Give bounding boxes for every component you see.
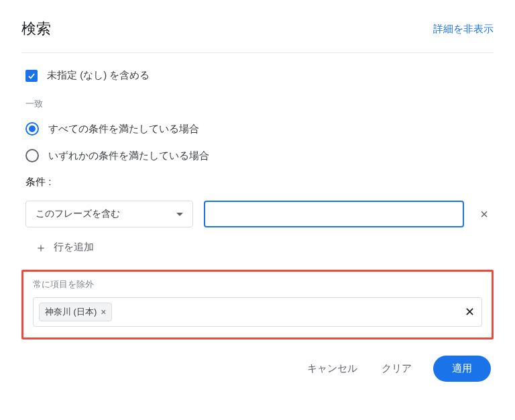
exclude-clear-icon[interactable]: ✕ bbox=[465, 305, 475, 319]
checkbox-checked-icon[interactable] bbox=[25, 70, 38, 82]
dialog-title: 検索 bbox=[21, 19, 51, 39]
dialog-footer: キャンセル クリア 適用 bbox=[21, 356, 494, 382]
match-all-row[interactable]: すべての条件を満たしている場合 bbox=[25, 122, 494, 136]
match-section-label: 一致 bbox=[25, 98, 494, 110]
dialog-header: 検索 詳細を非表示 bbox=[21, 19, 494, 53]
always-exclude-input[interactable]: 神奈川 (日本) × ✕ bbox=[33, 297, 482, 327]
always-exclude-label: 常に項目を除外 bbox=[33, 278, 482, 291]
condition-value-input[interactable] bbox=[204, 201, 464, 227]
add-condition-button[interactable]: ＋ 行を追加 bbox=[35, 241, 494, 254]
apply-button[interactable]: 適用 bbox=[433, 356, 491, 382]
always-exclude-section: 常に項目を除外 神奈川 (日本) × ✕ bbox=[21, 270, 494, 339]
match-all-label: すべての条件を満たしている場合 bbox=[48, 123, 199, 136]
conditions-label: 条件 : bbox=[25, 176, 494, 189]
include-unspecified-label: 未指定 (なし) を含める bbox=[47, 69, 150, 82]
match-any-row[interactable]: いずれかの条件を満たしている場合 bbox=[25, 149, 494, 162]
include-unspecified-row[interactable]: 未指定 (なし) を含める bbox=[25, 69, 494, 82]
match-radio-group: すべての条件を満たしている場合 いずれかの条件を満たしている場合 bbox=[25, 122, 494, 162]
plus-icon: ＋ bbox=[35, 242, 47, 254]
hide-details-link[interactable]: 詳細を非表示 bbox=[433, 23, 494, 36]
remove-condition-icon[interactable]: × bbox=[475, 207, 494, 222]
radio-selected-icon[interactable] bbox=[25, 122, 39, 136]
clear-button[interactable]: クリア bbox=[379, 357, 414, 380]
dropdown-selected-text: このフレーズを含む bbox=[36, 208, 120, 220]
exclude-chip: 神奈川 (日本) × bbox=[39, 303, 112, 321]
add-condition-label: 行を追加 bbox=[54, 241, 94, 254]
condition-type-dropdown[interactable]: このフレーズを含む bbox=[25, 201, 193, 227]
chip-remove-icon[interactable]: × bbox=[101, 307, 106, 317]
chevron-down-icon bbox=[176, 213, 183, 216]
exclude-chip-text: 神奈川 (日本) bbox=[45, 306, 97, 318]
condition-row: このフレーズを含む × bbox=[25, 201, 494, 227]
cancel-button[interactable]: キャンセル bbox=[304, 357, 360, 380]
radio-unselected-icon[interactable] bbox=[25, 149, 39, 162]
match-any-label: いずれかの条件を満たしている場合 bbox=[48, 150, 209, 162]
